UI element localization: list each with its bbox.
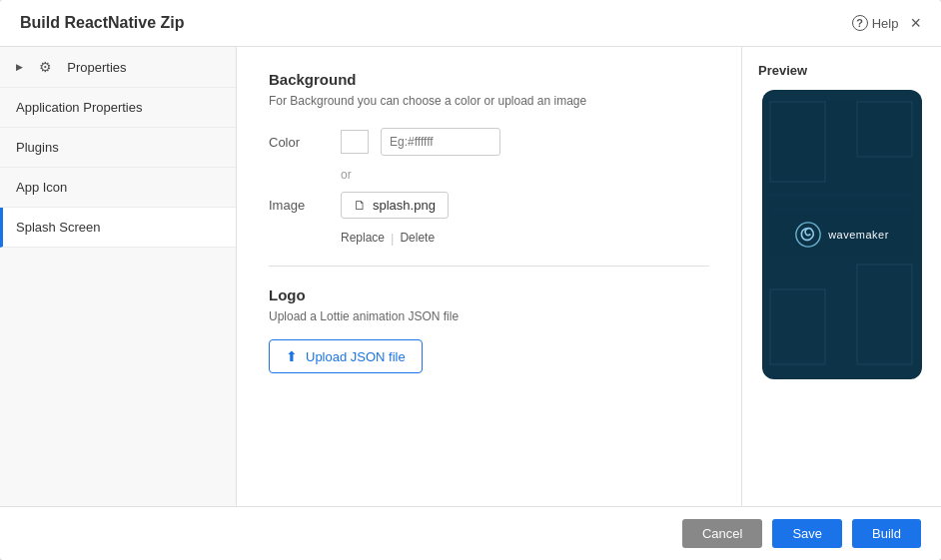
triangle-icon: ▶ [16,62,23,72]
sidebar-item-app-icon-label: App Icon [16,180,67,195]
help-icon: ? [852,15,868,31]
dialog-footer: Cancel Save Build [0,506,941,560]
file-action-sep: | [391,231,394,246]
section-divider [269,266,709,267]
sidebar-item-plugins[interactable]: Plugins [0,128,236,168]
svg-rect-3 [857,265,912,364]
sidebar-item-splash-screen-label: Splash Screen [16,220,101,235]
file-icon: 🗋 [354,198,367,213]
dialog-header: Build ReactNative Zip ? Help × [0,0,941,47]
gear-icon: ⚙ [39,59,52,75]
sidebar: ▶ ⚙ Properties Application Properties Pl… [0,47,237,506]
sidebar-item-plugins-label: Plugins [16,140,59,155]
svg-rect-1 [857,102,912,157]
background-desc: For Background you can choose a color or… [269,94,709,108]
color-field-row: Color [269,128,709,156]
image-label: Image [269,198,329,213]
wavemaker-logo: wavemaker [794,221,889,249]
logo-section: Logo Upload a Lottie animation JSON file… [269,286,709,373]
sidebar-item-application-properties[interactable]: Application Properties [0,88,236,128]
svg-rect-2 [770,289,825,364]
file-actions: Replace | Delete [341,231,709,246]
dialog-title: Build ReactNative Zip [20,14,184,32]
sidebar-item-application-properties-label: Application Properties [16,100,142,115]
sidebar-item-splash-screen[interactable]: Splash Screen [0,208,236,248]
logo-title: Logo [269,286,709,303]
replace-link[interactable]: Replace [341,231,385,246]
upload-json-button[interactable]: ⬆ Upload JSON file [269,339,423,373]
color-swatch[interactable] [341,130,369,154]
dialog-body: ▶ ⚙ Properties Application Properties Pl… [0,47,941,506]
build-button[interactable]: Build [852,519,921,548]
color-label: Color [269,135,329,150]
sidebar-item-properties-label: Properties [67,60,126,75]
logo-desc: Upload a Lottie animation JSON file [269,309,709,323]
phone-logo: wavemaker [794,221,889,249]
image-filename: splash.png [373,198,436,213]
image-field-row: Image 🗋 splash.png [269,192,709,219]
header-actions: ? Help × [852,14,921,32]
background-section: Background For Background you can choose… [269,71,709,246]
close-button[interactable]: × [910,14,921,32]
wavemaker-text: wavemaker [828,229,889,241]
main-content: Background For Background you can choose… [237,47,741,506]
help-label: Help [872,16,899,31]
image-file-button[interactable]: 🗋 splash.png [341,192,449,219]
sidebar-item-properties[interactable]: ▶ ⚙ Properties [0,47,236,88]
upload-icon: ⬆ [286,348,298,364]
color-input[interactable] [381,128,500,156]
save-button[interactable]: Save [772,519,842,548]
phone-preview: wavemaker [762,90,922,379]
sidebar-item-app-icon[interactable]: App Icon [0,168,236,208]
svg-rect-0 [770,102,825,182]
cancel-button[interactable]: Cancel [682,519,762,548]
help-button[interactable]: ? Help [852,15,899,31]
preview-panel: Preview [741,47,941,506]
wavemaker-icon [794,221,822,249]
background-title: Background [269,71,709,88]
delete-link[interactable]: Delete [400,231,435,246]
or-divider: or [341,168,709,182]
preview-title: Preview [758,63,925,78]
build-dialog: Build ReactNative Zip ? Help × ▶ ⚙ Prope… [0,0,941,560]
upload-json-label: Upload JSON file [306,349,406,364]
